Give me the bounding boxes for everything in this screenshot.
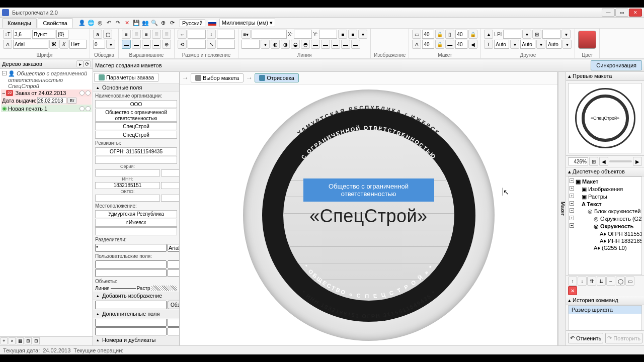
tool-undo-icon[interactable]: ↶	[105, 19, 113, 27]
valign-auto-button[interactable]: ⊕	[162, 40, 171, 49]
units-select[interactable]: Миллиметры (мм) ▾	[219, 19, 275, 27]
cf1[interactable]	[95, 260, 167, 268]
history-list[interactable]: Размер шрифта	[568, 305, 642, 330]
obj-rasters[interactable]: +▣ Растры	[570, 193, 640, 201]
zoom-in-button[interactable]: ▶	[633, 157, 642, 166]
tree-stamp-item[interactable]: ◉ Новая печать 1	[1, 105, 92, 112]
canvas[interactable]: УДМУРТСКАЯ РЕСПУБЛИКА г.ИЖЕВСК * ИНН 183…	[180, 84, 557, 345]
tree-toggle-icon[interactable]: −	[2, 71, 7, 75]
issue-date-input[interactable]	[37, 97, 66, 104]
lay-w-input[interactable]	[422, 30, 434, 39]
line-cap8[interactable]: ▬	[341, 40, 350, 49]
tf-btn2[interactable]: ×	[9, 337, 16, 344]
obj-root[interactable]: −▣ Макет	[570, 178, 640, 186]
auto1-input[interactable]	[494, 40, 509, 49]
num-input[interactable]	[161, 169, 180, 176]
line-w-input[interactable]	[242, 40, 260, 49]
font-spacing-input[interactable]	[56, 30, 68, 39]
tree-root-item[interactable]: − 👤 Общество с ограниченной ответственно…	[1, 70, 92, 89]
minimize-button[interactable]: —	[602, 9, 615, 17]
valign-top-button[interactable]: ▬	[122, 40, 131, 49]
step-2[interactable]: Выбор макета	[191, 73, 244, 82]
bold-button[interactable]: Ж	[49, 40, 58, 49]
org-name1-input[interactable]	[95, 122, 177, 130]
font-family-icon[interactable]: A̲	[3, 40, 12, 49]
close-button[interactable]: ✕	[629, 9, 642, 17]
auto2-input[interactable]	[520, 40, 535, 49]
preview-box[interactable]: «СпецСтрой»	[568, 83, 642, 153]
maximize-button[interactable]: ▭	[615, 9, 628, 17]
line-cap2[interactable]: ◑	[281, 40, 290, 49]
rot-icon[interactable]: ⟲	[178, 40, 187, 49]
image-path-input[interactable]	[95, 301, 167, 309]
loc-extra-input[interactable]	[95, 227, 177, 235]
extra-fields-header[interactable]: ▴Дополнительные поля	[93, 310, 179, 318]
lay-lock3[interactable]: 🔒	[435, 40, 444, 49]
opt1-input[interactable]	[542, 30, 560, 39]
lpi-input[interactable]	[503, 30, 521, 39]
line-cap1[interactable]: ◐	[271, 40, 280, 49]
obj-inn[interactable]: A♦ ИНН 1832185151 (	[570, 237, 640, 244]
zoom-out-button[interactable]: ◀	[599, 157, 608, 166]
tab-commands[interactable]: Команды	[2, 18, 37, 28]
align-right-button[interactable]: ≡	[142, 30, 151, 39]
y-input[interactable]	[319, 30, 337, 39]
org-full-cell[interactable]: Общество с ограниченной ответственностью	[95, 109, 177, 122]
add-image-header[interactable]: ▴Добавить изображение	[93, 292, 179, 300]
browse-button[interactable]: Обзор	[168, 301, 180, 309]
tool-save-icon[interactable]: 💾	[132, 19, 140, 27]
ot-up[interactable]: ↑	[568, 277, 577, 286]
tool-user2-icon[interactable]: 👥	[141, 19, 149, 27]
line-cap9[interactable]: ▬	[351, 40, 360, 49]
tree-body[interactable]: − 👤 Общество с ограниченной ответственно…	[0, 69, 93, 336]
lay-h-input[interactable]	[455, 30, 467, 39]
lay-lock1[interactable]: 🔒	[435, 30, 444, 39]
org-form-input[interactable]	[95, 100, 177, 108]
okonh-input[interactable]	[161, 195, 180, 202]
auto1-icon[interactable]: T̲	[484, 40, 493, 49]
lay-x-icon[interactable]: A̲	[412, 40, 421, 49]
cf2[interactable]	[168, 260, 180, 268]
italic-button[interactable]: К	[59, 40, 68, 49]
ef1[interactable]	[95, 319, 167, 327]
ot-top[interactable]: ⇈	[587, 277, 596, 286]
stamp-big-text[interactable]: «СпецСтрой»	[303, 202, 434, 227]
align-dist-button[interactable]: ≣	[162, 30, 171, 39]
stroke-width-input[interactable]	[93, 40, 105, 49]
zoom-fit-button[interactable]: ⊞	[589, 157, 598, 166]
lock-y-button[interactable]: ■	[348, 30, 357, 39]
tree-collapse-button[interactable]: ▸	[76, 60, 84, 67]
font-style-select[interactable]	[69, 40, 87, 49]
height-icon[interactable]: ↕	[207, 30, 216, 39]
stroke-a-button[interactable]: a	[93, 30, 102, 39]
ogrn-input[interactable]	[95, 147, 177, 155]
tf-btn4[interactable]: ⊞	[25, 337, 32, 344]
skew-input[interactable]	[217, 40, 235, 49]
okpo-input[interactable]	[95, 195, 160, 202]
line-cap4[interactable]: ◓	[301, 40, 310, 49]
ogrn-extra-input[interactable]	[95, 156, 177, 164]
tool-delete-icon[interactable]: ✕	[123, 19, 131, 27]
auto3-input[interactable]	[546, 40, 561, 49]
obj-block[interactable]: −◎ Блок окружностей	[570, 208, 640, 215]
tf-btn1[interactable]: +	[1, 337, 8, 344]
ef2[interactable]	[168, 319, 180, 327]
step-3[interactable]: Отрисовка	[255, 73, 299, 82]
cf3[interactable]	[95, 269, 167, 277]
obj-text[interactable]: −A Текст	[570, 201, 640, 208]
opt1-dd[interactable]: ▾	[561, 30, 571, 39]
valign-mid-button[interactable]: ▬	[132, 40, 141, 49]
lay-x-input[interactable]	[422, 40, 434, 49]
obj-g255[interactable]: A♦ (G255 L0)	[570, 244, 640, 251]
tree-issue-row[interactable]: Дата выдачи: Вт	[1, 97, 92, 105]
ot-bot[interactable]: ⇊	[597, 277, 606, 286]
lpi-dd[interactable]: ▾	[522, 30, 531, 39]
ot-down[interactable]: ↓	[578, 277, 587, 286]
opt1-button[interactable]: ⊞	[532, 30, 541, 39]
height-input[interactable]	[217, 30, 235, 39]
line-cap6[interactable]: ▬	[321, 40, 330, 49]
tree-refresh-button[interactable]: ⟳	[84, 60, 91, 67]
font-size-input[interactable]	[13, 30, 31, 39]
tool-stamp-icon[interactable]: ◎	[96, 19, 104, 27]
rot-input[interactable]	[188, 40, 206, 49]
